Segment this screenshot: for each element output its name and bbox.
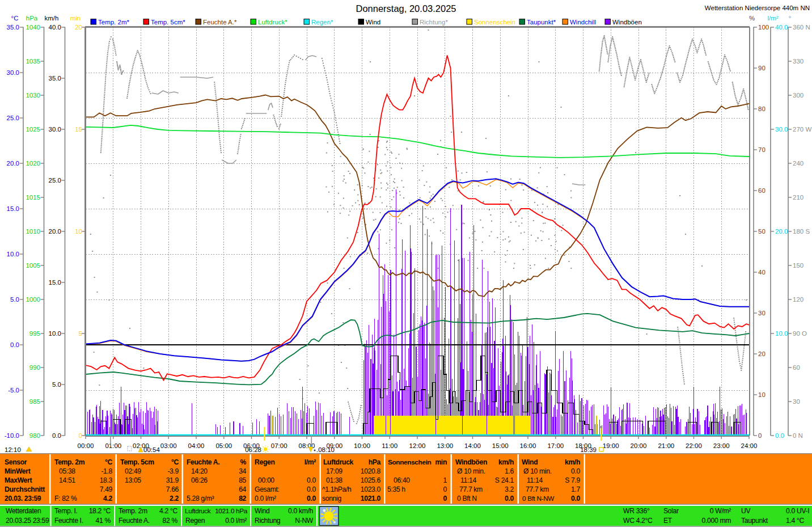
svg-text:300: 300	[793, 92, 803, 99]
svg-text:7.49: 7.49	[100, 485, 113, 493]
svg-text:S 7.9: S 7.9	[565, 476, 580, 484]
svg-text:Temp. I.: Temp. I.	[54, 507, 78, 515]
svg-text:35.0: 35.0	[49, 75, 61, 82]
svg-text:5: 5	[79, 330, 82, 337]
svg-text:18:39: 18:39	[580, 446, 597, 453]
svg-text:10:00: 10:00	[354, 442, 370, 449]
svg-text:Ø 10 min.: Ø 10 min.	[457, 467, 485, 475]
svg-text:Donnerstag, 20.03.2025: Donnerstag, 20.03.2025	[356, 3, 456, 14]
svg-text:-10.0: -10.0	[5, 432, 19, 439]
svg-text:0 Bft N-NW: 0 Bft N-NW	[522, 495, 555, 502]
svg-text:0.0: 0.0	[10, 341, 19, 348]
svg-text:4.2: 4.2	[103, 495, 112, 502]
svg-text:15: 15	[75, 126, 82, 133]
svg-text:0.0: 0.0	[571, 495, 580, 502]
svg-text:10: 10	[75, 228, 82, 235]
svg-text:11:14: 11:14	[460, 476, 476, 484]
svg-text:Regen: Regen	[185, 517, 205, 525]
svg-text:0.0 l/m²: 0.0 l/m²	[255, 495, 276, 502]
svg-text:18.2 °C: 18.2 °C	[89, 507, 111, 515]
svg-text:990: 990	[29, 364, 40, 371]
svg-text:20:00: 20:00	[631, 442, 647, 449]
svg-text:17:00: 17:00	[547, 442, 564, 449]
svg-text:40: 40	[758, 269, 766, 276]
svg-text:Temp. 5cm: Temp. 5cm	[120, 458, 154, 466]
svg-text:1020.8: 1020.8	[361, 467, 381, 475]
svg-text:MaxWert: MaxWert	[5, 476, 32, 484]
svg-text:°C: °C	[171, 458, 179, 466]
svg-text:1040: 1040	[26, 24, 40, 31]
svg-text:-3.9: -3.9	[167, 467, 179, 475]
svg-text:0.0: 0.0	[775, 432, 784, 439]
svg-text:Gesamt:: Gesamt:	[255, 485, 280, 493]
svg-text:25.0: 25.0	[49, 177, 61, 184]
svg-text:hPa: hPa	[26, 15, 38, 22]
svg-text:0.0: 0.0	[52, 432, 61, 439]
svg-text:80: 80	[758, 105, 766, 112]
svg-text:02:49: 02:49	[125, 467, 141, 475]
svg-text:01:00: 01:00	[105, 442, 121, 449]
svg-text:60: 60	[793, 364, 800, 371]
svg-text:^1.1hPa/h: ^1.1hPa/h	[322, 485, 351, 493]
svg-text:82: 82	[239, 495, 246, 502]
svg-text:Luftdruck*: Luftdruck*	[258, 19, 287, 26]
svg-text:270 W: 270 W	[793, 126, 811, 133]
svg-text:40.0: 40.0	[775, 24, 788, 31]
svg-text:1.4 °C: 1.4 °C	[786, 517, 804, 525]
svg-text:150: 150	[793, 262, 803, 269]
svg-text:06:28: 06:28	[245, 446, 261, 453]
svg-text:05:00: 05:00	[215, 442, 232, 449]
svg-text:F: 82 %: F: 82 %	[54, 495, 77, 502]
svg-text:Durchschnitt: Durchschnitt	[5, 485, 45, 493]
svg-text:34: 34	[239, 467, 246, 475]
svg-text:Regen*: Regen*	[311, 19, 333, 26]
svg-text:%: %	[749, 15, 755, 22]
svg-text:30: 30	[793, 398, 800, 405]
svg-text:70: 70	[758, 146, 766, 153]
svg-text:Luftdruck: Luftdruck	[185, 507, 211, 515]
svg-text:min: min	[435, 458, 447, 466]
svg-text:0.000 mm: 0.000 mm	[702, 517, 731, 525]
svg-text:Temp. 5cm*: Temp. 5cm*	[151, 19, 185, 26]
svg-text:0: 0	[443, 485, 447, 493]
svg-text:82 %: 82 %	[163, 517, 178, 525]
svg-text:Windböen: Windböen	[612, 19, 642, 26]
svg-text:31.9: 31.9	[166, 476, 179, 484]
svg-text:N-NW: N-NW	[295, 517, 314, 525]
svg-text:1010: 1010	[26, 228, 40, 235]
svg-text:min: min	[70, 15, 81, 22]
svg-text:5.28 g/m³: 5.28 g/m³	[187, 495, 214, 502]
svg-text:sonnig: sonnig	[322, 495, 341, 502]
svg-text:06:40: 06:40	[394, 476, 410, 484]
svg-text:20.0: 20.0	[775, 228, 788, 235]
svg-text:10.0: 10.0	[7, 251, 19, 257]
svg-text:0.0: 0.0	[307, 476, 316, 484]
svg-text:Feuchte A.*: Feuchte A.*	[203, 19, 237, 26]
svg-text:120: 120	[793, 296, 803, 303]
svg-text:20: 20	[75, 24, 82, 31]
svg-text:100: 100	[758, 24, 769, 31]
svg-text:Taupunkt*: Taupunkt*	[527, 19, 556, 26]
svg-text:Feuchte A.: Feuchte A.	[119, 517, 150, 525]
svg-text:14:00: 14:00	[464, 442, 481, 449]
svg-text:985: 985	[29, 398, 40, 405]
svg-text:1021.0: 1021.0	[361, 495, 381, 502]
svg-text:19:00: 19:00	[603, 442, 619, 449]
svg-text:Solar: Solar	[663, 507, 679, 515]
svg-text:S 24.1: S 24.1	[495, 476, 514, 484]
svg-text:07:00: 07:00	[271, 442, 287, 449]
svg-text:.08:10: .08:10	[316, 446, 335, 453]
svg-text:WR 336°: WR 336°	[623, 507, 650, 515]
svg-text:20.0: 20.0	[7, 160, 19, 167]
svg-text:15:00: 15:00	[492, 442, 509, 449]
svg-text:20: 20	[758, 350, 766, 357]
svg-text:km/h: km/h	[498, 458, 514, 466]
svg-text:1000: 1000	[26, 296, 40, 303]
svg-text:05:38: 05:38	[59, 467, 75, 475]
svg-text:0 Bft N: 0 Bft N	[457, 495, 477, 502]
svg-text:18.3: 18.3	[100, 476, 113, 484]
svg-text:WC 4.2°C: WC 4.2°C	[623, 517, 653, 525]
svg-text:Temp. 2m: Temp. 2m	[54, 458, 85, 466]
svg-text:0 N: 0 N	[793, 432, 803, 439]
svg-text:15.0: 15.0	[49, 279, 61, 286]
